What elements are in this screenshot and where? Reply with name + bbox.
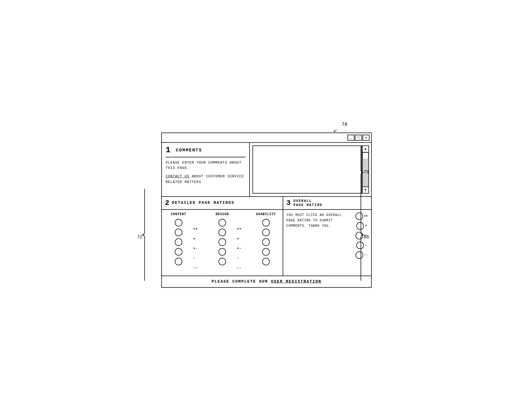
comments-instruction2: CONTACT US ABOUT CUSTOMER SERVICE RELATE… (166, 174, 245, 185)
content-radio-neutral (175, 238, 182, 246)
comments-instruction1: PLEASE ENTER YOUR COMMENTS ABOUT THIS PA… (166, 160, 245, 171)
user-registration-link[interactable]: USER REGISTRATION (271, 279, 322, 284)
label-minus-design: - (237, 256, 243, 260)
overall-title-line2: PAGE RATING (293, 203, 323, 207)
design-radio-neutral-circle[interactable] (218, 238, 226, 246)
label-60-text: 60 (364, 235, 369, 240)
label-79-text: 79 (364, 170, 369, 175)
main-window: _ □ ✕ 1 COMMENTS PLEASE ENTER YOUR COMME… (161, 133, 372, 288)
label-neutral-content: +- (193, 246, 200, 250)
usability-radio-neutral (262, 238, 270, 246)
content-radio-minusminus-circle[interactable] (175, 258, 182, 265)
ratings-grid: CONTENT (162, 210, 283, 276)
usability-radio-neutral-circle[interactable] (262, 238, 270, 246)
maximize-button[interactable]: □ (355, 135, 362, 141)
design-radio-minus-circle[interactable] (218, 248, 226, 256)
content-column: CONTENT (164, 212, 193, 273)
usability-column-header: USABILITY (256, 212, 276, 216)
contact-us-link[interactable]: CONTACT US (166, 174, 189, 178)
overall-rating-header: 3 OVERALL PAGE RATING (283, 197, 371, 210)
content-column-header: CONTENT (171, 212, 186, 216)
design-radio-plusplus-circle[interactable] (218, 219, 226, 226)
usability-radio-plus-circle[interactable] (262, 229, 270, 236)
label-72-text: 72 (137, 235, 142, 240)
title-bar: _ □ ✕ (162, 133, 371, 143)
design-radio-plus (218, 229, 226, 236)
close-button[interactable]: ✕ (363, 135, 370, 141)
label-neutral-design: +- (237, 246, 243, 250)
label-minusminus-design: -- (237, 266, 243, 270)
content-radio-neutral-circle[interactable] (175, 238, 182, 246)
overall-title-line1: OVERALL (293, 199, 323, 203)
design-radio-plus-circle[interactable] (218, 229, 226, 236)
usability-radio-plusplus (262, 219, 270, 226)
content-labels-col: ++ + +- - -- (193, 212, 208, 273)
overall-instruction-text: YOU MUST CLICK AN OVERALL PAGE RATING TO… (286, 212, 352, 259)
label-minus-content: - (193, 256, 200, 260)
minimize-button[interactable]: _ (347, 135, 354, 141)
page-wrapper: 78 ↙ _ □ ✕ 1 COMMENTS PLEASE ENTER YOUR … (137, 116, 369, 304)
comments-title: COMMENTS (176, 147, 202, 153)
content-radio-plusplus-circle[interactable] (175, 219, 182, 226)
content-radio-minus-circle[interactable] (175, 248, 182, 256)
usability-radio-minus-circle[interactable] (262, 248, 270, 256)
usability-radio-minusminus-circle[interactable] (262, 258, 270, 265)
comments-left-panel: 1 COMMENTS PLEASE ENTER YOUR COMMENTS AB… (162, 143, 250, 196)
design-labels-col: ++ + +- - -- (237, 212, 251, 273)
overall-rating-title: OVERALL PAGE RATING (293, 199, 323, 207)
footer: PLEASE COMPLETE OUR USER REGISTRATION (162, 276, 371, 287)
design-column-header: DESIGN (216, 212, 229, 216)
detailed-ratings-number: 2 (165, 199, 169, 207)
overall-content: YOU MUST CLICK AN OVERALL PAGE RATING TO… (283, 210, 371, 262)
usability-radio-minus (262, 248, 270, 256)
section-detailed-ratings: 2 DETAILED PAGE RATINGS CONTENT (162, 197, 283, 276)
detailed-ratings-header: 2 DETAILED PAGE RATINGS (162, 197, 283, 210)
label-78: 78 (341, 122, 347, 127)
section-overall-rating: 3 OVERALL PAGE RATING YOU MUST CLICK AN … (283, 197, 371, 276)
label-plusplus-design: ++ (237, 227, 243, 231)
label-plus-design: + (237, 237, 243, 241)
label-plusplus-content: ++ (193, 227, 200, 231)
label-plus-content: + (193, 237, 200, 241)
content-radio-minus (175, 248, 182, 256)
design-radio-minus (218, 248, 226, 256)
detailed-ratings-title: DETAILED PAGE RATINGS (172, 201, 234, 205)
design-radio-neutral (218, 238, 226, 246)
usability-radio-plus (262, 229, 270, 236)
content-radio-plus (175, 229, 182, 236)
bottom-sections: 2 DETAILED PAGE RATINGS CONTENT (162, 197, 371, 276)
footer-text-prefix: PLEASE COMPLETE OUR (211, 279, 271, 284)
label-minusminus-content: -- (193, 266, 200, 270)
comments-header: 1 COMMENTS (166, 145, 245, 157)
comments-textarea[interactable] (252, 145, 362, 194)
comments-section-number: 1 (166, 145, 170, 155)
comments-right-panel: ▲ ▼ (250, 143, 371, 196)
content-radio-plusplus (175, 219, 182, 226)
design-radio-plusplus (218, 219, 226, 226)
overall-rating-number: 3 (286, 199, 291, 207)
usability-column: USABILITY (251, 212, 281, 273)
design-radio-minusminus-circle[interactable] (218, 258, 226, 265)
design-column: DESIGN (208, 212, 237, 273)
content-radio-minusminus (175, 258, 182, 265)
section-comments: 1 COMMENTS PLEASE ENTER YOUR COMMENTS AB… (162, 143, 371, 197)
design-radio-minusminus (218, 258, 226, 265)
usability-radio-minusminus (262, 258, 270, 265)
content-radio-plus-circle[interactable] (175, 229, 182, 236)
usability-radio-plusplus-circle[interactable] (262, 219, 270, 226)
